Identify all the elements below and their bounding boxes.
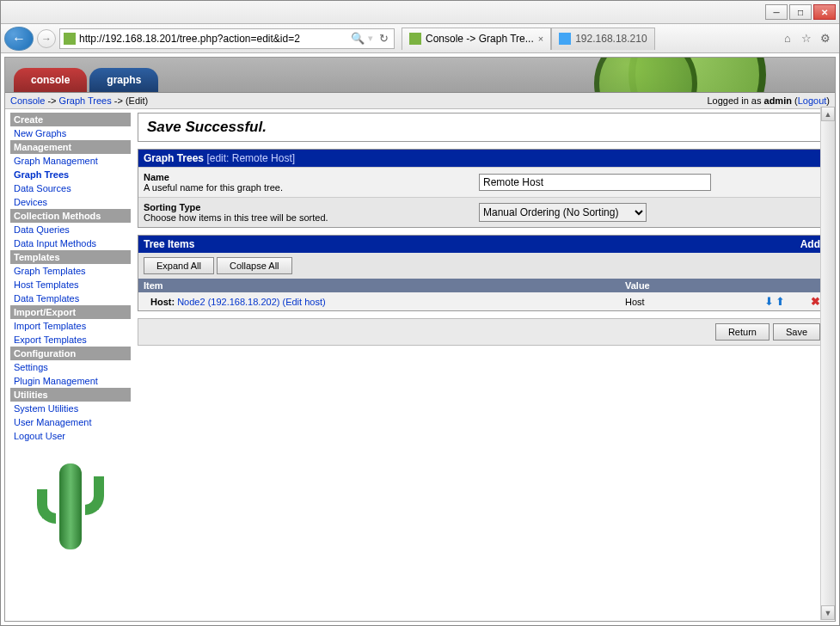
sidebar-item-settings[interactable]: Settings [10,360,131,374]
forward-button[interactable]: → [37,29,56,48]
tab-close-icon[interactable]: × [538,34,543,44]
expand-row: Expand All Collapse All [138,253,825,279]
row-prefix: Host: [150,297,175,307]
home-icon[interactable]: ⌂ [781,32,794,46]
main-panel: Save Successful. Graph Trees [edit: Remo… [134,109,835,621]
url-input[interactable] [79,33,347,45]
tab-title: Console -> Graph Tre... [426,33,534,45]
sidebar-item-graph-trees[interactable]: Graph Trees [10,168,131,181]
column-headers: Item Value [138,279,825,292]
cactus-graphic [594,58,697,92]
vertical-scrollbar[interactable]: ▲ ▼ [820,107,835,620]
tools-icon[interactable]: ⚙ [819,32,832,46]
name-desc: A useful name for this graph tree. [144,182,479,193]
logout-link[interactable]: Logout [798,95,827,106]
sidebar-item-graph-templates[interactable]: Graph Templates [10,264,131,278]
sidebar-item-system-utilities[interactable]: System Utilities [10,402,131,415]
favorite-icon[interactable]: ☆ [800,32,813,46]
form-row-sorting: Sorting Type Choose how items in this tr… [138,197,825,227]
col-item: Item [138,279,620,292]
sidebar-item-plugin-management[interactable]: Plugin Management [10,374,131,388]
row-value: Host [620,294,723,310]
browser-tab-inactive[interactable]: 192.168.18.210 [551,28,654,50]
close-button[interactable]: ✕ [813,4,836,20]
name-label: Name [144,172,169,182]
window-titlebar: ─ □ ✕ [1,1,839,24]
sidebar-item-data-templates[interactable]: Data Templates [10,292,131,305]
browser-tabs: Console -> Graph Tre... × 192.168.18.210 [402,28,777,50]
sidebar-item-new-graphs[interactable]: New Graphs [10,126,131,140]
sort-label: Sorting Type [144,202,200,212]
sidebar-heading: Configuration [10,347,131,360]
tab-console[interactable]: console [14,68,87,92]
sidebar-item-export-templates[interactable]: Export Templates [10,333,131,347]
cactus-logo [32,455,109,558]
form-row-name: Name A useful name for this graph tree. [138,167,825,197]
cacti-favicon [64,33,76,45]
sidebar-item-data-sources[interactable]: Data Sources [10,181,131,195]
expand-all-button[interactable]: Expand All [144,257,214,274]
sidebar-item-data-input-methods[interactable]: Data Input Methods [10,236,131,250]
back-button[interactable]: ← [4,27,34,51]
breadcrumb-graph-trees[interactable]: Graph Trees [59,95,112,106]
sidebar-heading: Utilities [10,388,131,402]
tab-graphs[interactable]: graphs [89,68,158,92]
tab-title: 192.168.18.210 [575,33,647,45]
login-user: admin [764,95,792,106]
breadcrumb-console[interactable]: Console [10,95,45,106]
sidebar-item-host-templates[interactable]: Host Templates [10,278,131,292]
sidebar-heading: Collection Methods [10,209,131,223]
cacti-favicon [409,33,421,45]
tree-items-bar: Tree Items Add [138,236,825,253]
browser-window: ─ □ ✕ ← → 🔍 ▾ ↻ Console -> Graph Tre... … [0,0,840,626]
search-icon[interactable]: 🔍 [351,32,365,46]
sidebar: CreateNew GraphsManagementGraph Manageme… [5,109,134,621]
return-button[interactable]: Return [715,323,769,341]
sidebar-item-import-templates[interactable]: Import Templates [10,319,131,333]
sidebar-item-graph-management[interactable]: Graph Management [10,154,131,168]
graph-trees-form: Graph Trees [edit: Remote Host] Name A u… [138,149,826,228]
row-edit-link[interactable]: (Edit host) [283,297,326,307]
sidebar-item-devices[interactable]: Devices [10,195,131,209]
scroll-down-icon[interactable]: ▼ [821,605,835,620]
sidebar-heading: Templates [10,250,131,264]
browser-tab-active[interactable]: Console -> Graph Tre... × [402,28,551,50]
sidebar-heading: Create [10,113,131,126]
sidebar-heading: Import/Export [10,305,131,319]
delete-icon[interactable]: ✖ [811,295,820,308]
top-band: console graphs [5,58,835,92]
edit-tag: [edit: Remote Host] [206,152,295,164]
sort-select[interactable]: Manual Ordering (No Sorting) [479,203,647,222]
add-link[interactable]: Add [800,238,820,250]
sidebar-item-logout-user[interactable]: Logout User [10,429,131,443]
tree-items-box: Tree Items Add Expand All Collapse All I… [138,235,826,311]
tree-heading: Tree Items [144,238,194,250]
row-host-link[interactable]: Node2 (192.168.18.202) [177,297,279,307]
scroll-up-icon[interactable]: ▲ [821,107,835,121]
maximize-button[interactable]: □ [789,4,812,20]
sidebar-item-user-management[interactable]: User Management [10,415,131,429]
collapse-all-button[interactable]: Collapse All [217,257,291,274]
section-heading: Graph Trees [edit: Remote Host] [138,150,825,167]
page-content: console graphs Console -> Graph Trees ->… [4,57,836,622]
favicon-generic [559,33,571,45]
minimize-button[interactable]: ─ [765,4,788,20]
save-button[interactable]: Save [773,323,820,341]
sidebar-item-data-queries[interactable]: Data Queries [10,223,131,236]
address-bar[interactable]: 🔍 ▾ ↻ [59,28,395,49]
message-box: Save Successful. [138,113,826,142]
save-message: Save Successful. [138,114,825,141]
col-value: Value [620,279,723,292]
name-input[interactable] [479,174,711,191]
footer-buttons: Return Save [138,318,826,346]
sidebar-heading: Management [10,140,131,154]
login-status: Logged in as admin (Logout) [707,95,830,106]
table-row: Host: Node2 (192.168.18.202) (Edit host)… [138,292,825,310]
browser-navbar: ← → 🔍 ▾ ↻ Console -> Graph Tre... × 192.… [1,24,839,53]
navbar-tools: ⌂ ☆ ⚙ [781,32,836,46]
move-up-icon[interactable]: ⬆ [776,295,785,308]
breadcrumb: Console -> Graph Trees -> (Edit) Logged … [5,92,835,109]
refresh-icon[interactable]: ↻ [377,32,390,46]
move-down-icon[interactable]: ⬇ [764,295,774,308]
breadcrumb-edit: (Edit) [126,95,148,106]
